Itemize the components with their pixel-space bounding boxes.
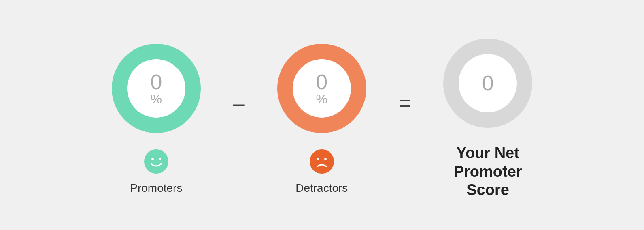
svg-point-3 [151, 158, 154, 160]
svg-point-7 [310, 149, 334, 174]
detractors-label: Detractors [295, 182, 348, 195]
detractors-donut: 0 % [269, 36, 374, 141]
minus-operator: – [233, 92, 245, 114]
promoters-donut: 0 % [104, 36, 209, 141]
svg-point-8 [317, 158, 319, 160]
nps-result-segment: 0 Your Net Promoter Score [435, 30, 540, 200]
nps-label: Your Net Promoter Score [454, 144, 522, 200]
nps-label-line3: Score [466, 181, 509, 198]
detractors-segment: 0 % Detractors [269, 36, 374, 195]
nps-value: 0 [482, 73, 494, 94]
promoters-emoji [144, 149, 168, 174]
promoters-value: 0 [150, 71, 162, 92]
promoters-face-icon [144, 149, 168, 174]
detractors-value: 0 [316, 71, 327, 92]
promoters-label: Promoters [130, 182, 182, 195]
promoters-center: 0 % [150, 71, 162, 105]
detractors-face-icon [310, 149, 334, 174]
svg-point-9 [324, 158, 327, 160]
svg-point-4 [159, 158, 161, 160]
detractors-emoji [310, 149, 334, 174]
equals-operator: = [399, 92, 411, 114]
svg-point-2 [144, 149, 168, 174]
detractors-percent: % [316, 92, 327, 105]
nps-center: 0 [482, 73, 494, 94]
promoters-percent: % [151, 92, 162, 105]
nps-donut: 0 [435, 30, 540, 136]
nps-label-line1: Your Net [456, 144, 519, 161]
detractors-center: 0 % [316, 71, 327, 105]
nps-label-line2: Promoter [454, 163, 522, 180]
promoters-segment: 0 % Promoters [104, 36, 209, 195]
